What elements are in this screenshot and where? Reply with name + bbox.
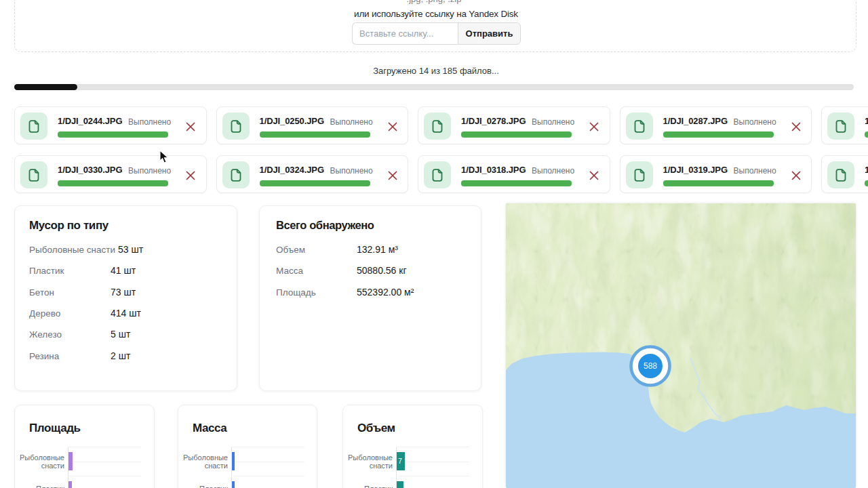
svg-text:588: 588	[644, 361, 657, 371]
